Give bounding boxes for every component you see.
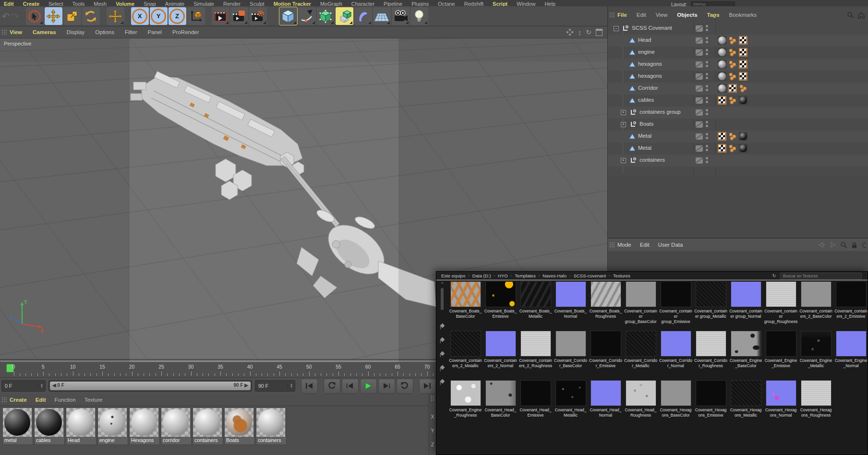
layer-box-icon[interactable] bbox=[696, 61, 703, 68]
panel-grip-icon[interactable] bbox=[609, 242, 615, 248]
floor-environment-button[interactable] bbox=[373, 7, 391, 25]
tree-row-hexagons-4[interactable]: hexagons bbox=[608, 71, 868, 83]
texture-item-covenant-boats-metallic[interactable]: Covenant_Boats_Metallic bbox=[518, 281, 553, 324]
texture-item-covenant-hexagons-basecolor[interactable]: Covenant_Hexagons_BaseColor bbox=[658, 380, 693, 418]
layer-box-icon[interactable] bbox=[696, 25, 703, 32]
layer-box-icon[interactable] bbox=[696, 37, 703, 44]
layer-box-icon[interactable] bbox=[696, 121, 703, 128]
tree-expander-icon[interactable]: + bbox=[621, 122, 626, 127]
material-tag-black-icon[interactable] bbox=[739, 144, 747, 153]
texture-item-covenant-hexagons-metallic[interactable]: Covenant_Hexagons_Metallic bbox=[728, 380, 763, 418]
tree-row-hexagons-3[interactable]: hexagons bbox=[608, 59, 868, 71]
texture-item-covenant-engine-basecolor[interactable]: Covenant_Engine_BaseColor bbox=[728, 331, 763, 369]
rotate-tool[interactable] bbox=[82, 7, 100, 25]
attr-history-forward-icon[interactable] bbox=[830, 241, 836, 248]
play-forwards-button[interactable] bbox=[360, 379, 377, 394]
next-frame-button[interactable] bbox=[378, 379, 395, 394]
end-frame-field[interactable]: 90 F ▲▼ bbox=[255, 380, 295, 392]
om-menu-view[interactable]: View bbox=[656, 12, 668, 18]
menubar-item-octane[interactable]: Octane bbox=[438, 0, 455, 6]
explorer-side-gutter[interactable]: ^ bbox=[436, 280, 448, 455]
texture-item-covenant-boats-emissive[interactable]: Covenant_Boats_Emissive bbox=[483, 281, 518, 324]
z-axis-lock[interactable]: Z bbox=[169, 7, 186, 25]
menubar-item-character[interactable]: Character bbox=[351, 0, 374, 6]
visibility-dots-icon[interactable] bbox=[706, 73, 708, 79]
texture-item-covenant-head-normal[interactable]: Covenant_Head_Normal bbox=[588, 380, 623, 418]
spline-pen-tool[interactable] bbox=[298, 7, 316, 25]
visibility-dots-icon[interactable] bbox=[706, 37, 708, 43]
coordinates-panel-strip[interactable]: XYZ bbox=[429, 394, 436, 455]
texture-item-covenant-containers-2-basecolor[interactable]: Covenant_containers_2_BaseColor bbox=[798, 281, 833, 324]
tree-row-cables-6[interactable]: cables bbox=[608, 95, 868, 107]
menubar-item-animate[interactable]: Animate bbox=[165, 0, 184, 6]
material-item-containers-8[interactable]: containers bbox=[256, 407, 287, 445]
viewport-camera-label[interactable]: Perspective bbox=[4, 41, 31, 47]
texture-item-covenant-hexagons-roughness[interactable]: Covenant_Hexagons_Roughness bbox=[798, 380, 833, 418]
breadcrumb-templates[interactable]: Templates bbox=[515, 273, 535, 278]
visibility-dots-icon[interactable] bbox=[706, 61, 708, 67]
viewport-menu-cameras[interactable]: Cameras bbox=[33, 29, 56, 35]
spinner-arrows-icon[interactable]: ▲▼ bbox=[38, 383, 45, 388]
material-tag-icon[interactable] bbox=[718, 84, 726, 93]
instance-array-button[interactable] bbox=[336, 7, 353, 25]
menubar-item-create[interactable]: Create bbox=[23, 0, 39, 6]
material-tag-icon[interactable] bbox=[718, 60, 726, 69]
render-to-picture-viewer-button[interactable] bbox=[230, 7, 248, 25]
texture-item-covenant-hexagons-normal[interactable]: Covenant_Hexagons_Normal bbox=[763, 380, 798, 418]
chevron-up-icon[interactable]: ^ bbox=[441, 281, 443, 286]
om-menu-file[interactable]: File bbox=[617, 12, 627, 18]
menubar-item-edit[interactable]: Edit bbox=[4, 0, 14, 6]
texture-item-covenant-corridor-basecolor[interactable]: Covenant_Corridor_BaseColor bbox=[553, 331, 588, 369]
tree-row-metal-10[interactable]: Metal bbox=[608, 143, 868, 155]
attr-menu-mode[interactable]: Mode bbox=[617, 242, 631, 248]
material-item-corridor-5[interactable]: corridor bbox=[161, 407, 192, 445]
texture-item-covenant-engine-emissive[interactable]: Covenant_Engine_Emissive bbox=[763, 331, 798, 369]
texture-item-covenant-boats-basecolor[interactable]: Covenant_Boats_BaseColor bbox=[448, 281, 483, 324]
om-menu-tags[interactable]: Tags bbox=[707, 12, 720, 18]
coordinate-system-toggle[interactable] bbox=[187, 7, 205, 25]
texture-item-covenant-container-group-basecolor[interactable]: Covenant_container group_BaseColor bbox=[623, 281, 658, 324]
material-tag-icon[interactable] bbox=[718, 36, 726, 45]
tree-row-engine-2[interactable]: engine bbox=[608, 47, 868, 59]
spinner-arrows-icon[interactable]: ▲▼ bbox=[288, 383, 295, 388]
viewport-menu-options[interactable]: Options bbox=[95, 29, 114, 35]
go-to-end-button[interactable] bbox=[419, 379, 436, 394]
menubar-item-snap[interactable]: Snap bbox=[144, 0, 156, 6]
texture-item-covenant-containers-2-metallic[interactable]: Covenant_containers_2_Metallic bbox=[448, 331, 483, 369]
uvw-tag-icon[interactable] bbox=[739, 36, 747, 45]
menubar-item-select[interactable]: Select bbox=[48, 0, 63, 6]
breadcrumb-scss-covenant[interactable]: SCSS-covenant bbox=[574, 273, 606, 278]
play-cycle-button[interactable] bbox=[397, 379, 413, 394]
viewport-dolly-icon[interactable]: ↕ bbox=[578, 28, 582, 36]
texture-item-covenant-container-group-metallic[interactable]: Covenant_container group_Metallic bbox=[693, 281, 728, 324]
viewport-menu-panel[interactable]: Panel bbox=[148, 29, 162, 35]
go-to-start-button[interactable] bbox=[301, 379, 318, 394]
layer-box-icon[interactable] bbox=[696, 85, 703, 92]
material-menu-create[interactable]: Create bbox=[10, 397, 27, 403]
uvw-tag-icon[interactable] bbox=[718, 96, 726, 105]
material-menu-edit[interactable]: Edit bbox=[36, 397, 46, 403]
breadcrumb-hyo[interactable]: HYO bbox=[498, 273, 508, 278]
phong-tag-icon[interactable] bbox=[739, 84, 747, 93]
scrollbar-thumb[interactable] bbox=[441, 288, 444, 310]
tree-row-boats-8[interactable]: +Boats bbox=[608, 119, 868, 131]
subdivision-surface-button[interactable] bbox=[317, 7, 335, 25]
render-view-button[interactable] bbox=[212, 7, 229, 25]
tree-expander-icon[interactable]: + bbox=[621, 158, 626, 163]
texture-item-covenant-corridor-normal[interactable]: Covenant_Corridor_Normal bbox=[658, 331, 693, 369]
deformer-button[interactable] bbox=[354, 7, 372, 25]
layer-box-icon[interactable] bbox=[696, 133, 703, 140]
material-item-boats-7[interactable]: Boats bbox=[224, 407, 255, 445]
menubar-item-tools[interactable]: Tools bbox=[72, 0, 85, 6]
breadcrumb-naves-halo[interactable]: Naves-Halo bbox=[542, 273, 567, 278]
menubar-item-motion-tracker[interactable]: Motion Tracker bbox=[274, 0, 311, 6]
visibility-dots-icon[interactable] bbox=[706, 109, 708, 115]
menubar-item-mograph[interactable]: MoGraph bbox=[320, 0, 342, 6]
texture-item-covenant-boats-normal[interactable]: Covenant_Boats_Normal bbox=[553, 281, 588, 324]
tree-row-corridor-5[interactable]: Corridor bbox=[608, 83, 868, 95]
material-item-metal-0[interactable]: metal bbox=[2, 407, 33, 445]
menubar-item-pipeline[interactable]: Pipeline bbox=[384, 0, 402, 6]
phong-tag-icon[interactable] bbox=[728, 36, 737, 45]
tree-row-containers-group-7[interactable]: +containers group bbox=[608, 107, 868, 119]
phong-tag-icon[interactable] bbox=[728, 48, 737, 57]
